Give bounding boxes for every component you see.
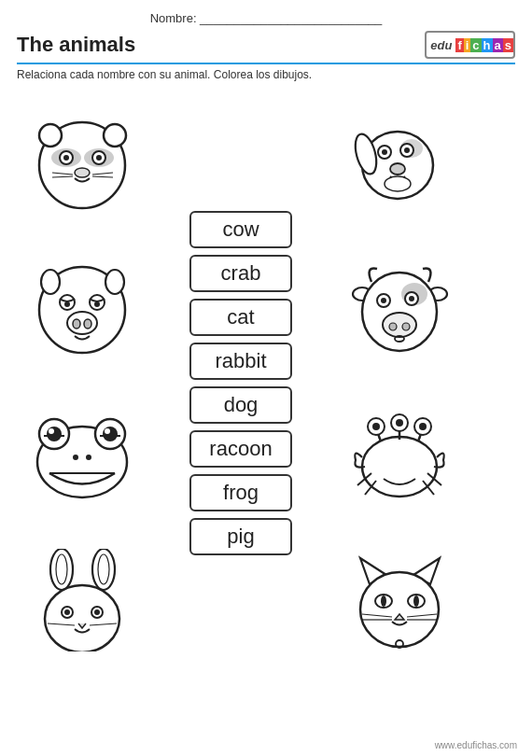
svg-point-44 — [94, 609, 100, 615]
left-animals-column — [17, 93, 147, 672]
svg-point-9 — [75, 168, 90, 177]
svg-point-52 — [382, 149, 387, 155]
svg-point-53 — [404, 147, 410, 153]
svg-point-21 — [67, 312, 97, 334]
cow-face — [348, 259, 451, 362]
pig-face — [31, 259, 133, 362]
words-column: cow crab cat rabbit dog racoon frog pig — [147, 93, 334, 672]
svg-point-88 — [413, 595, 419, 607]
word-cow[interactable]: cow — [189, 211, 292, 248]
svg-point-62 — [381, 298, 386, 303]
word-rabbit[interactable]: rabbit — [189, 343, 292, 380]
word-pig[interactable]: pig — [189, 518, 292, 555]
instructions: Relaciona cada nombre con su animal. Col… — [17, 68, 515, 81]
footer-url: www.edufichas.com — [435, 740, 517, 750]
svg-point-27 — [47, 427, 62, 441]
svg-point-66 — [402, 323, 410, 330]
nombre-label: Nombre: ___________________________ — [150, 11, 383, 25]
svg-point-2 — [104, 124, 126, 147]
svg-point-75 — [372, 423, 380, 430]
racoon-face — [31, 115, 133, 217]
svg-point-65 — [389, 323, 397, 330]
right-animals-column — [334, 93, 465, 672]
svg-point-15 — [41, 270, 60, 294]
page-title: The animals — [17, 33, 135, 57]
svg-point-33 — [73, 455, 78, 460]
frog-face — [31, 404, 133, 507]
svg-point-54 — [390, 163, 405, 175]
page: Nombre: ___________________________ The … — [0, 0, 532, 756]
logo-edu: edu — [427, 38, 455, 52]
svg-point-28 — [103, 427, 118, 441]
word-frog[interactable]: frog — [189, 474, 292, 511]
svg-point-40 — [45, 585, 119, 651]
svg-point-23 — [84, 319, 91, 329]
crab-face — [348, 404, 451, 507]
logo: edu f i c h a s — [425, 31, 515, 59]
header-row: The animals edu f i c h a s — [17, 31, 515, 64]
main-content: cow crab cat rabbit dog racoon frog pig — [17, 89, 515, 677]
svg-point-76 — [396, 419, 403, 427]
logo-h: h — [482, 38, 493, 52]
svg-point-68 — [362, 437, 437, 497]
rabbit-face — [31, 549, 133, 651]
logo-c: c — [470, 38, 481, 52]
cat-face — [348, 549, 451, 651]
svg-point-64 — [383, 313, 416, 337]
svg-point-1 — [39, 124, 62, 147]
svg-point-8 — [96, 155, 102, 161]
svg-point-34 — [86, 455, 91, 460]
svg-point-30 — [105, 428, 110, 434]
logo-i: i — [464, 38, 471, 52]
word-cat[interactable]: cat — [189, 299, 292, 336]
logo-a: a — [493, 38, 503, 52]
svg-point-19 — [64, 301, 70, 307]
svg-point-7 — [63, 155, 69, 161]
dog-face — [348, 115, 451, 217]
svg-point-22 — [73, 319, 80, 329]
logo-fichas: f i c h a s — [455, 38, 513, 52]
svg-point-84 — [360, 572, 439, 647]
svg-point-29 — [49, 428, 54, 434]
logo-s2: s — [503, 38, 513, 52]
svg-point-55 — [385, 176, 411, 191]
word-crab[interactable]: crab — [189, 255, 292, 292]
svg-point-63 — [409, 296, 414, 301]
svg-point-87 — [381, 595, 386, 607]
word-dog[interactable]: dog — [189, 386, 292, 424]
nombre-line: Nombre: ___________________________ — [17, 11, 515, 25]
svg-point-43 — [64, 609, 70, 615]
logo-f: f — [455, 38, 463, 52]
svg-point-20 — [94, 301, 100, 307]
svg-point-77 — [419, 423, 427, 430]
svg-point-16 — [105, 270, 124, 294]
word-racoon[interactable]: racoon — [189, 430, 292, 468]
